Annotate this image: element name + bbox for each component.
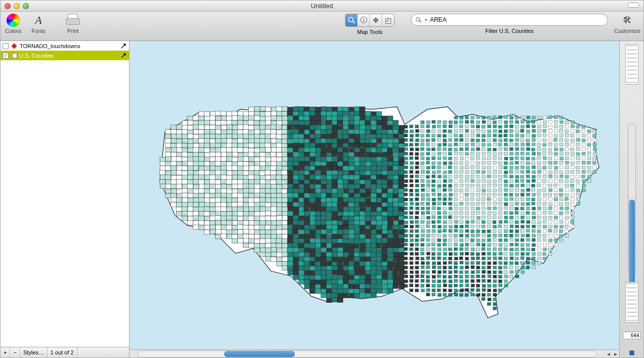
styles-button[interactable]: Styles… [20, 347, 48, 357]
svg-rect-1653 [221, 212, 226, 216]
svg-rect-83 [326, 116, 332, 121]
svg-rect-1212 [243, 184, 248, 188]
svg-rect-1037 [576, 170, 580, 173]
info-tool-icon[interactable]: ⓘ [358, 14, 370, 26]
svg-rect-318 [504, 130, 507, 133]
svg-rect-295 [376, 130, 382, 134]
svg-rect-1006 [404, 171, 407, 174]
svg-rect-781 [471, 156, 475, 160]
svg-rect-1040 [593, 170, 596, 173]
svg-rect-432 [271, 139, 277, 143]
svg-rect-449 [365, 139, 371, 143]
zoom-input[interactable] [623, 332, 641, 339]
svg-rect-2021 [371, 234, 376, 238]
svg-rect-1679 [365, 212, 371, 216]
toolbar-toggle-pill[interactable] [627, 3, 639, 8]
map-tools-segmented[interactable]: ⓘ ✥ ◰ [345, 14, 395, 27]
layer-checkbox[interactable] [3, 43, 9, 49]
zoom-window-button[interactable] [23, 3, 29, 9]
hscroll-thumb[interactable] [224, 351, 295, 357]
svg-rect-614 [415, 148, 419, 151]
svg-rect-2016 [343, 234, 349, 239]
vscroll-thumb[interactable] [629, 200, 635, 286]
svg-rect-389 [465, 134, 469, 137]
svg-rect-349 [243, 134, 249, 138]
svg-rect-337 [177, 134, 182, 138]
hscroll-right-icon[interactable]: ▸ [612, 350, 619, 357]
right-controls [619, 41, 643, 357]
vertical-scrollbar[interactable] [628, 123, 636, 275]
svg-rect-1738 [298, 216, 304, 220]
svg-rect-1664 [282, 211, 288, 216]
zoom-tool-icon[interactable] [346, 14, 358, 26]
svg-rect-106 [515, 116, 519, 119]
filter-input[interactable] [430, 16, 604, 23]
svg-rect-447 [354, 139, 360, 143]
svg-rect-27 [210, 111, 216, 116]
layer-expand-icon[interactable] [120, 43, 127, 50]
svg-rect-2527 [393, 280, 399, 284]
svg-rect-2533 [426, 280, 430, 283]
svg-rect-585 [254, 148, 260, 152]
svg-rect-1858 [193, 225, 199, 229]
horizontal-scrollbar[interactable]: ◂ ▸ [130, 349, 619, 357]
hscroll-track[interactable] [138, 350, 597, 357]
layer-swatch-diamond [11, 43, 17, 49]
svg-rect-87 [349, 116, 355, 121]
svg-rect-2606 [443, 289, 447, 292]
search-dropdown-icon[interactable]: ▼ [424, 18, 428, 22]
svg-rect-2224 [532, 248, 535, 251]
svg-rect-2121 [265, 243, 271, 248]
remove-layer-button[interactable]: − [10, 347, 20, 357]
hscroll-left-icon[interactable]: ◂ [605, 350, 612, 357]
svg-rect-817 [232, 162, 237, 166]
add-layer-button[interactable]: + [1, 347, 10, 357]
svg-rect-2324 [504, 257, 507, 260]
svg-rect-598 [326, 148, 332, 152]
svg-rect-2302 [381, 257, 387, 262]
svg-rect-1239 [393, 184, 399, 189]
svg-rect-634 [527, 147, 530, 150]
svg-rect-2074 [326, 238, 332, 243]
svg-rect-92 [376, 116, 382, 121]
svg-rect-1960 [388, 229, 393, 234]
svg-rect-1505 [204, 202, 210, 207]
layer-row-tornado[interactable]: TORNADO_touchdowns [1, 41, 129, 51]
layer-expand-icon[interactable] [120, 52, 127, 59]
svg-rect-1795 [226, 221, 232, 225]
svg-rect-947 [515, 166, 519, 169]
svg-rect-2473 [316, 275, 321, 280]
select-tool-icon[interactable]: ◰ [382, 14, 394, 26]
customize-tool[interactable]: 🛠 Customize [614, 14, 640, 34]
svg-rect-2031 [426, 234, 430, 237]
svg-rect-46 [315, 111, 321, 116]
print-tool[interactable]: Print [63, 14, 82, 34]
colors-tool[interactable]: Colors [4, 14, 23, 34]
svg-rect-2169 [532, 244, 536, 247]
svg-rect-1111 [549, 175, 552, 178]
filter-search[interactable]: ▼ [411, 14, 608, 26]
layer-checkbox[interactable]: ✓ [3, 53, 9, 59]
close-window-button[interactable] [5, 3, 11, 9]
svg-rect-2537 [449, 280, 452, 283]
pan-tool-icon[interactable]: ✥ [370, 14, 382, 26]
svg-rect-2585 [310, 289, 315, 294]
svg-rect-1313 [382, 188, 388, 193]
svg-rect-2595 [365, 289, 371, 293]
layer-row-counties[interactable]: ✓ U.S. Counties [1, 51, 129, 60]
minimize-window-button[interactable] [14, 3, 20, 9]
svg-rect-1997 [237, 234, 243, 238]
svg-rect-1326 [454, 189, 458, 192]
svg-rect-1650 [204, 212, 209, 216]
svg-rect-1014 [448, 171, 452, 174]
svg-rect-744 [266, 157, 271, 162]
map-canvas[interactable] [130, 41, 619, 357]
fonts-tool[interactable]: A Fonts [29, 14, 48, 34]
svg-rect-2033 [437, 234, 441, 237]
svg-rect-1445 [282, 197, 288, 202]
svg-rect-644 [582, 147, 585, 150]
svg-rect-2465 [504, 270, 507, 273]
svg-rect-726 [165, 156, 171, 161]
svg-rect-541 [443, 143, 447, 146]
svg-rect-2486 [387, 275, 393, 280]
